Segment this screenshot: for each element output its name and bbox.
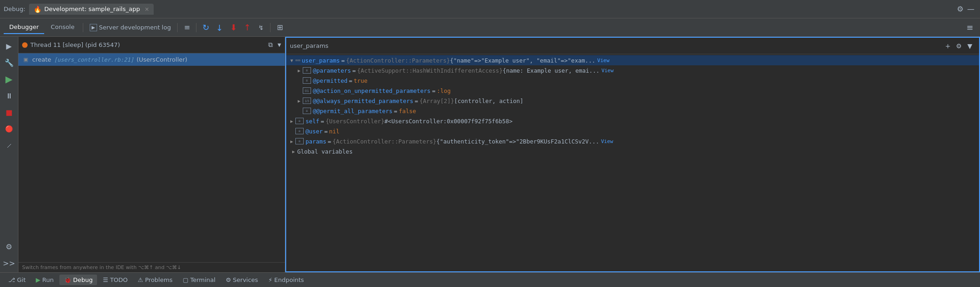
layout-button[interactable]: ≡ [180,21,193,34]
var-row-permitted[interactable]: ▶ ≡ @permitted = true [286,75,979,86]
toolbar-separator-4 [270,23,271,32]
tab-run[interactable]: ▶ Run [31,275,58,285]
add-variable-button[interactable]: + [942,40,953,52]
var-name-params: params [306,138,326,145]
terminal-label: Terminal [190,276,215,283]
git-icon: ⎇ [8,276,15,283]
tab-problems[interactable]: ⚠ Problems [133,275,178,285]
debug-label: Debug [73,276,93,283]
frames-status: Switch frames from anywhere in the IDE w… [18,262,285,272]
problems-label: Problems [145,276,173,283]
type-icon-self: ≡ [295,118,304,124]
var-row-permit-all[interactable]: ▶ ≡ @@permit_all_parameters = false [286,106,979,116]
view-link-user-params[interactable]: View [597,57,610,63]
tab-console[interactable]: Console [45,21,80,34]
services-label: Services [233,276,258,283]
expand-params-btn[interactable]: ▶ [288,138,295,145]
endpoints-icon: ⚡ [268,276,272,283]
toolbar-separator-2 [177,23,178,32]
toolbar-separator-3 [196,23,196,32]
var-name-user: @user [306,128,323,135]
todo-label: TODO [110,276,127,283]
build-icon[interactable]: 🔴 [2,121,17,136]
frame-item[interactable]: ▣ create [users_controller.rb:21] (Users… [18,53,285,66]
tab-git[interactable]: ⎇ Git [4,275,30,285]
active-tab[interactable]: 🔥 Development: sample_rails_app × [29,4,154,15]
filter-icon[interactable]: ⧉ [266,40,275,50]
bottom-bar: ⎇ Git ▶ Run 🐞 Debug ☰ TODO ⚠ Problems ▢ … [0,272,980,287]
type-icon-action: 01 [303,87,311,94]
type-icon-params: ≡ [295,138,304,144]
var-name-parameters: @parameters [313,67,351,74]
expand-global-btn[interactable]: ▶ [290,148,297,155]
thread-info: Thread 11 [sleep] (pid 63547) [22,41,264,48]
var-row-params[interactable]: ▶ ≡ params = {ActionController::Paramete… [286,136,979,146]
expand-user-params-btn[interactable]: ▼ [288,57,295,64]
var-row-user-params[interactable]: ▼ ∞∞ user_params = {ActionController::Pa… [286,55,979,65]
global-variables-row[interactable]: ▶ Global variables [286,146,979,156]
variable-dropdown-button[interactable]: ▼ [964,40,975,52]
var-row-user[interactable]: ▶ ≡ @user = nil [286,126,979,136]
variables-content: ▼ ∞∞ user_params = {ActionController::Pa… [286,54,979,271]
step-into-button[interactable]: ↓ [213,21,226,34]
var-row-self[interactable]: ▶ ≡ self = {UsersController} #<UsersCont… [286,116,979,126]
view-link-parameters[interactable]: View [601,68,614,74]
settings-icon[interactable]: ⚙ [955,3,965,15]
frames-header: Thread 11 [sleep] (pid 63547) ⧉ ▼ [18,37,285,53]
var-name-permitted: @permitted [313,77,347,84]
step-over-button[interactable]: ↻ [199,21,212,34]
minimize-icon[interactable]: — [965,3,976,15]
terminal-icon: ▢ [183,276,188,283]
var-value-permitted: true [354,77,368,84]
var-row-parameters[interactable]: ▶ ≡ @parameters = {ActiveSupport::HashWi… [286,65,979,75]
pause-icon[interactable]: ⏸ [2,88,17,103]
stop-icon[interactable]: ■ [2,105,17,120]
thread-dropdown-arrow[interactable]: ▼ [277,42,281,47]
main-content: ▶ 🔧 ▶ ⏸ ■ 🔴 ⟋ ⚙ >> Thread 11 [sleep] (pi… [0,37,980,272]
play-icon[interactable]: ▶ [2,72,17,86]
close-tab-button[interactable]: × [144,6,149,12]
services-icon: ⚙ [225,276,231,283]
tab-terminal[interactable]: ▢ Terminal [178,275,220,285]
expand-side-icon[interactable]: >> [2,256,17,270]
tab-flame-icon: 🔥 [34,6,41,13]
git-label: Git [17,276,26,283]
settings-side-icon[interactable]: ⚙ [2,239,17,254]
tab-title: Development: sample_rails_app [44,6,140,12]
thread-status-dot [22,42,28,48]
expand-always-permitted-btn[interactable]: ▶ [295,97,303,104]
variables-panel: user_params + ⚙ ▼ ▼ ∞∞ user_params = {Ac… [285,37,980,272]
variables-title: user_params [290,42,942,49]
step-out-button[interactable]: ⬇ [227,21,240,34]
frame-type-icon: ▣ [22,57,29,63]
tab-services[interactable]: ⚙ Services [221,275,262,285]
expand-parameters-btn[interactable]: ▶ [295,67,303,74]
type-icon-parameters: ≡ [303,67,311,74]
eval-expr-button[interactable]: ↯ [254,21,267,34]
expand-self-btn[interactable]: ▶ [288,117,295,125]
tab-todo[interactable]: ☰ TODO [98,275,132,285]
tab-endpoints[interactable]: ⚡ Endpoints [264,275,309,285]
title-bar: Debug: 🔥 Development: sample_rails_app ×… [0,0,980,18]
var-name-user-params: user_params [302,57,340,64]
problems-icon: ⚠ [138,276,144,283]
type-icon-permit-all: ≡ [303,108,311,114]
view-link-params[interactable]: View [601,138,613,144]
run-icon: ▶ [36,276,40,283]
server-log-button[interactable]: ▶ Server development log [86,22,174,33]
tab-debug[interactable]: 🐞 Debug [59,275,98,285]
tab-debugger[interactable]: Debugger [4,21,44,34]
run-to-cursor-button[interactable]: ↑ [241,21,254,34]
variable-options-button[interactable]: ⚙ [953,40,964,52]
table-view-button[interactable]: ⊞ [273,21,286,34]
var-value-permit-all: false [399,108,416,115]
toolbar: Debugger Console ▶ Server development lo… [0,18,980,37]
resume-icon[interactable]: ▶ [2,39,17,53]
run-label: Run [42,276,54,283]
var-row-always-permitted[interactable]: ▶ 1/3 @@always_permitted_parameters = {A… [286,96,979,106]
more-options-button[interactable]: ≡ [963,21,976,34]
slash-icon[interactable]: ⟋ [2,138,17,153]
var-row-action-unpermitted[interactable]: ▶ 01 @@action_on_unpermitted_parameters … [286,86,979,96]
debug-icon: 🐞 [64,276,71,283]
wrench-icon[interactable]: 🔧 [2,55,17,70]
